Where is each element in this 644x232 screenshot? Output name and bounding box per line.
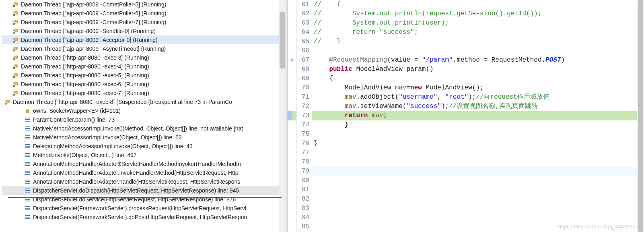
stack-frame-row[interactable]: AnnotationMethodHandlerAdapter.handle(Ht… bbox=[2, 177, 286, 186]
thread-label: Daemon Thread ["http-apr-8080"-exec-8] (… bbox=[13, 99, 232, 105]
code-line[interactable]: // { bbox=[312, 0, 644, 9]
gutter-mark bbox=[288, 213, 296, 222]
thread-row[interactable]: Daemon Thread ["ajp-apr-8009"-Sendfile-0… bbox=[2, 27, 286, 35]
code-line[interactable]: return mav; bbox=[312, 111, 644, 120]
code-editor[interactable]: 6162636465666768697071727374757677787980… bbox=[288, 0, 644, 232]
thread-icon bbox=[12, 54, 19, 61]
thread-row[interactable]: Daemon Thread ["http-apr-8080"-exec-6] (… bbox=[2, 80, 286, 89]
stack-frame-icon bbox=[24, 125, 31, 132]
svg-rect-54 bbox=[25, 201, 30, 201]
code-line[interactable]: // System.out.println(user); bbox=[312, 19, 644, 28]
code-line[interactable]: mav.setViewName("success");//设置视图名称,实现页面… bbox=[312, 102, 644, 111]
code-line[interactable] bbox=[312, 195, 644, 204]
stack-frame-row[interactable]: NativeMethodAccessorImpl.invoke(Object, … bbox=[2, 133, 286, 142]
thread-row[interactable]: Daemon Thread ["http-apr-8080"-exec-7] (… bbox=[2, 89, 286, 97]
code-line[interactable] bbox=[312, 157, 644, 167]
line-number: 62 bbox=[297, 9, 309, 19]
svg-rect-40 bbox=[25, 162, 30, 163]
svg-point-3 bbox=[13, 14, 14, 16]
svg-point-4 bbox=[14, 20, 18, 23]
frame-label: Method.invoke(Object, Object...) line: 4… bbox=[33, 152, 137, 158]
line-number: 70 bbox=[297, 83, 309, 93]
thread-label: Daemon Thread ["ajp-apr-8009"-Acceptor-0… bbox=[21, 37, 158, 43]
stack-frame-row[interactable]: ParamController.param() line: 73 bbox=[2, 115, 286, 124]
ide-window: Daemon Thread ["ajp-apr-8009"-CometPolle… bbox=[0, 0, 644, 232]
breakpoint-icon[interactable] bbox=[288, 111, 292, 120]
svg-rect-44 bbox=[25, 172, 30, 173]
gutter-mark bbox=[288, 176, 296, 185]
right-scrollbar[interactable] bbox=[637, 0, 644, 232]
stack-frame-row[interactable]: DelegatingMethodAccessorImpl.invoke(Obje… bbox=[2, 142, 286, 151]
red-underline bbox=[8, 197, 282, 198]
thread-row[interactable]: Daemon Thread ["ajp-apr-8009"-CometPolle… bbox=[2, 18, 286, 27]
code-line[interactable]: { bbox=[312, 74, 644, 83]
svg-point-1 bbox=[13, 5, 14, 7]
svg-point-20 bbox=[14, 91, 18, 94]
thread-row[interactable]: Daemon Thread ["ajp-apr-8009"-CometPolle… bbox=[2, 9, 286, 18]
svg-rect-49 bbox=[25, 188, 30, 189]
debug-view[interactable]: Daemon Thread ["ajp-apr-8009"-CometPolle… bbox=[0, 0, 286, 232]
stack-frame-row[interactable]: DispatcherServlet.doService(HttpServletR… bbox=[2, 195, 286, 204]
code-line[interactable] bbox=[312, 167, 644, 176]
line-number: 61 bbox=[297, 0, 309, 9]
scroll-thumb[interactable] bbox=[280, 12, 285, 68]
code-line[interactable]: } bbox=[312, 120, 644, 130]
thread-row[interactable]: Daemon Thread ["http-apr-8080"-exec-4] (… bbox=[2, 62, 286, 71]
gutter-mark bbox=[288, 74, 296, 83]
code-line[interactable]: // } bbox=[312, 37, 644, 46]
code-line[interactable]: // return "success"; bbox=[312, 28, 644, 37]
gutter-mark bbox=[288, 195, 296, 204]
gutter-mark bbox=[288, 185, 296, 195]
gutter-mark bbox=[288, 9, 296, 19]
line-number: 84 bbox=[297, 213, 309, 222]
code-line[interactable] bbox=[312, 176, 644, 185]
code-line[interactable]: @RequestMapping(value = "/param",method … bbox=[312, 56, 644, 65]
gutter-mark bbox=[288, 167, 296, 176]
thread-row[interactable]: Daemon Thread ["http-apr-8080"-exec-3] (… bbox=[2, 53, 286, 62]
stack-frame-row[interactable]: NativeMethodAccessorImpl.invoke0(Method,… bbox=[2, 124, 286, 133]
thread-row[interactable]: Daemon Thread ["ajp-apr-8009"-CometPolle… bbox=[2, 0, 286, 9]
scroll-thumb[interactable] bbox=[638, 0, 643, 232]
suspended-thread-row[interactable]: ⌄Daemon Thread ["http-apr-8080"-exec-8] … bbox=[2, 97, 286, 106]
frame-label: NativeMethodAccessorImpl.invoke0(Method,… bbox=[33, 125, 243, 132]
svg-point-11 bbox=[13, 50, 14, 51]
stack-frame-row[interactable]: DispatcherServlet(FrameworkServlet).proc… bbox=[2, 204, 286, 213]
stack-frame-row[interactable]: DispatcherServlet(FrameworkServlet).doPo… bbox=[2, 213, 286, 222]
line-number: 83 bbox=[297, 204, 309, 213]
stack-frame-row[interactable]: DispatcherServlet.doDispatch(HttpServlet… bbox=[2, 186, 286, 195]
line-number: 72 bbox=[297, 102, 309, 111]
svg-rect-30 bbox=[25, 130, 30, 130]
code-line[interactable]: public ModelAndView param() bbox=[312, 65, 644, 74]
watermark: https://blog.csdn.net/qq_43416157 bbox=[558, 224, 639, 230]
code-line[interactable] bbox=[312, 185, 644, 195]
code-line[interactable]: } bbox=[312, 139, 644, 148]
gutter-mark bbox=[288, 222, 296, 232]
code-area[interactable]: // {// System.out.println(request.getSes… bbox=[312, 0, 644, 232]
code-line[interactable]: // System.out.println(request.getSession… bbox=[312, 9, 644, 19]
stack-frame-icon bbox=[24, 205, 31, 211]
stack-frame-row[interactable]: AnnotationMethodHandlerAdapter.invokeHan… bbox=[2, 168, 286, 177]
stack-frame-row[interactable]: AnnotationMethodHandlerAdapter$ServletHa… bbox=[2, 160, 286, 168]
thread-icon bbox=[12, 81, 19, 87]
line-number: 78 bbox=[297, 157, 309, 167]
code-line[interactable]: mav.addObject("username", "root");//向req… bbox=[312, 93, 644, 102]
code-line[interactable] bbox=[312, 130, 644, 139]
svg-rect-42 bbox=[25, 165, 30, 166]
code-line[interactable] bbox=[312, 148, 644, 157]
code-line[interactable] bbox=[312, 46, 644, 56]
thread-row[interactable]: Daemon Thread ["ajp-apr-8009"-AsyncTimeo… bbox=[2, 44, 286, 53]
owns-row[interactable]: owns: SocketWrapper<E> (id=101) bbox=[2, 106, 286, 115]
line-number: 65 bbox=[297, 37, 309, 46]
line-number: 76 bbox=[297, 139, 309, 148]
thread-row[interactable]: Daemon Thread ["http-apr-8080"-exec-5] (… bbox=[2, 71, 286, 80]
thread-row[interactable]: Daemon Thread ["ajp-apr-8009"-Acceptor-0… bbox=[2, 35, 286, 44]
code-line[interactable] bbox=[312, 204, 644, 213]
stack-frame-row[interactable]: Method.invoke(Object, Object...) line: 4… bbox=[2, 151, 286, 160]
code-line[interactable]: ModelAndView mav=new ModelAndView(); bbox=[312, 83, 644, 93]
thread-tree[interactable]: Daemon Thread ["ajp-apr-8009"-CometPolle… bbox=[0, 0, 286, 222]
svg-rect-46 bbox=[25, 180, 30, 180]
code-line[interactable] bbox=[312, 213, 644, 222]
svg-rect-55 bbox=[25, 206, 30, 207]
svg-point-13 bbox=[13, 58, 14, 60]
line-number: 85 bbox=[297, 222, 309, 232]
